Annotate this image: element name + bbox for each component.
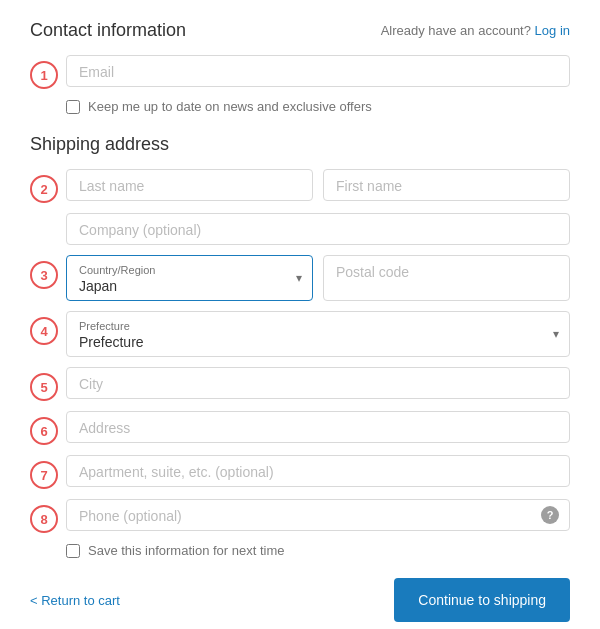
email-input[interactable] [79, 64, 557, 80]
newsletter-label[interactable]: Keep me up to date on news and exclusive… [88, 99, 372, 114]
phone-row: 8 ? [30, 499, 570, 533]
continue-to-shipping-button[interactable]: Continue to shipping [394, 578, 570, 622]
name-field-row: 2 [30, 169, 570, 203]
postal-code-input[interactable] [336, 264, 557, 280]
last-name-field [66, 169, 313, 201]
footer-actions: < Return to cart Continue to shipping [30, 578, 570, 622]
return-to-cart-link[interactable]: < Return to cart [30, 593, 120, 608]
step-4-badge: 4 [30, 317, 58, 345]
country-label: Country/Region [79, 264, 300, 276]
apartment-input[interactable] [79, 464, 557, 480]
prefecture-row: 4 Prefecture Prefecture ▾ [30, 311, 570, 357]
save-info-label[interactable]: Save this information for next time [88, 543, 285, 558]
country-field: Country/Region Japan ▾ [66, 255, 313, 301]
step-8-badge: 8 [30, 505, 58, 533]
step-6-badge: 6 [30, 417, 58, 445]
login-link[interactable]: Log in [535, 23, 570, 38]
apartment-row: 7 [30, 455, 570, 489]
first-name-input[interactable] [336, 178, 557, 194]
country-select[interactable]: Japan [79, 278, 300, 294]
city-field [66, 367, 570, 399]
address-row: 6 [30, 411, 570, 445]
address-input[interactable] [79, 420, 557, 436]
phone-help-icon[interactable]: ? [541, 506, 559, 524]
apartment-field [66, 455, 570, 487]
postal-code-field [323, 255, 570, 301]
company-field-container [66, 213, 570, 245]
prefecture-field: Prefecture Prefecture ▾ [66, 311, 570, 357]
phone-field: ? [66, 499, 570, 531]
save-info-row: Save this information for next time [66, 543, 570, 558]
address-field [66, 411, 570, 443]
email-field-container [66, 55, 570, 87]
city-row: 5 [30, 367, 570, 401]
prefecture-label: Prefecture [79, 320, 557, 332]
step-3-badge: 3 [30, 261, 58, 289]
first-name-field [323, 169, 570, 201]
newsletter-checkbox[interactable] [66, 100, 80, 114]
shipping-title: Shipping address [30, 134, 570, 155]
contact-section-header: Contact information Already have an acco… [30, 20, 570, 41]
step-1-badge: 1 [30, 61, 58, 89]
country-postal-row: 3 Country/Region Japan ▾ [30, 255, 570, 301]
name-fields [66, 169, 570, 201]
account-prompt: Already have an account? Log in [381, 23, 570, 38]
step-2-badge: 2 [30, 175, 58, 203]
last-name-input[interactable] [79, 178, 300, 194]
city-input[interactable] [79, 376, 557, 392]
contact-title: Contact information [30, 20, 186, 41]
save-info-checkbox[interactable] [66, 544, 80, 558]
prefecture-select[interactable]: Prefecture [79, 334, 557, 350]
company-field [66, 213, 570, 245]
email-field-row: 1 [30, 55, 570, 89]
country-postal-fields: Country/Region Japan ▾ [66, 255, 570, 301]
phone-input[interactable] [79, 508, 557, 524]
company-input[interactable] [79, 222, 557, 238]
step-7-badge: 7 [30, 461, 58, 489]
newsletter-checkbox-row: Keep me up to date on news and exclusive… [66, 99, 570, 114]
step-5-badge: 5 [30, 373, 58, 401]
